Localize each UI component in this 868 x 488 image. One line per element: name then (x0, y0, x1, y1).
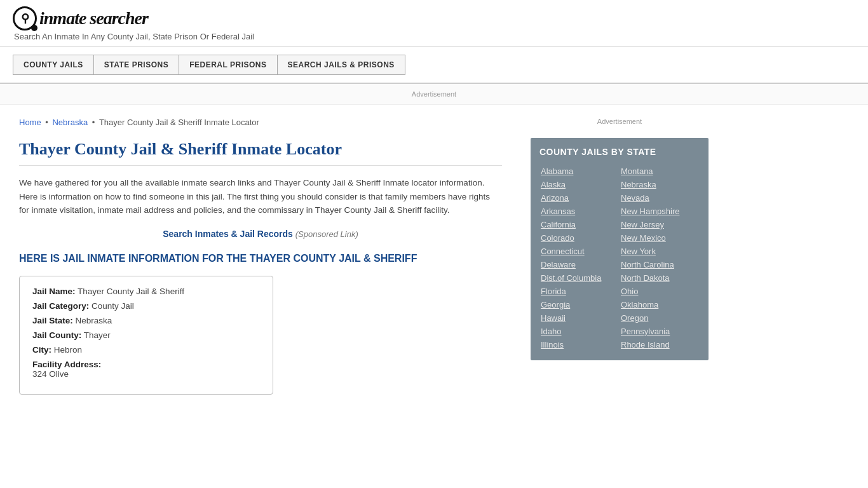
sidebar: Advertisement COUNTY JAILS BY STATE Alab… (521, 105, 718, 407)
sponsored-link-area: Search Inmates & Jail Records (Sponsored… (19, 229, 502, 239)
search-jails-btn[interactable]: SEARCH JAILS & PRISONS (278, 55, 405, 75)
sponsored-label: (Sponsored Link) (295, 229, 358, 239)
state-link[interactable]: North Carolina (620, 258, 700, 271)
breadcrumb: Home • Nebraska • Thayer County Jail & S… (19, 118, 502, 127)
jail-address-label: Facility Address: (32, 360, 101, 369)
state-link[interactable]: North Dakota (620, 271, 700, 285)
states-col-right: MontanaNebraskaNevadaNew HampshireNew Je… (620, 165, 700, 351)
federal-prisons-btn[interactable]: FEDERAL PRISONS (179, 55, 277, 75)
state-link[interactable]: New Hampshire (620, 205, 700, 218)
header: ⚲ inmate searcher Search An Inmate In An… (0, 0, 868, 47)
jail-county-row: Jail County: Thayer (32, 330, 260, 340)
state-link[interactable]: Ohio (620, 285, 700, 298)
state-prisons-btn[interactable]: STATE PRISONS (94, 55, 179, 75)
jail-city-row: City: Hebron (32, 345, 260, 355)
jail-address-value: 324 Olive (32, 369, 260, 379)
info-heading: HERE IS JAIL INMATE INFORMATION FOR THE … (19, 253, 502, 264)
state-link[interactable]: Colorado (539, 231, 620, 245)
jail-address-row: Facility Address: 324 Olive (32, 360, 260, 379)
state-link[interactable]: New York (620, 245, 700, 258)
breadcrumb-state[interactable]: Nebraska (52, 118, 88, 127)
state-link[interactable]: Oregon (620, 311, 700, 325)
jail-cat-val: County Jail (92, 301, 134, 311)
state-link[interactable]: Georgia (539, 298, 620, 311)
state-link[interactable]: Alaska (539, 178, 620, 191)
body-text: We have gathered for you all the availab… (19, 176, 502, 217)
jail-name-val: Thayer County Jail & Sheriff (78, 287, 184, 296)
logo-text: inmate searcher (39, 8, 148, 29)
jail-state-label: Jail State: (32, 316, 73, 325)
jail-city-val: Hebron (54, 345, 82, 355)
state-link[interactable]: Nebraska (620, 178, 700, 191)
logo-icon: ⚲ (13, 6, 37, 30)
main-layout: Home • Nebraska • Thayer County Jail & S… (0, 105, 868, 407)
breadcrumb-home[interactable]: Home (19, 118, 41, 127)
jail-county-val: Thayer (84, 330, 111, 340)
states-col-left: AlabamaAlaskaArizonaArkansasCaliforniaCo… (539, 165, 620, 351)
state-link[interactable]: Illinois (539, 338, 620, 351)
state-link[interactable]: Rhode Island (620, 338, 700, 351)
state-link[interactable]: New Jersey (620, 218, 700, 231)
state-link[interactable]: Pennsylvania (620, 325, 700, 338)
county-jails-btn[interactable]: COUNTY JAILS (13, 55, 94, 75)
breadcrumb-sep1: • (45, 118, 50, 127)
county-jails-box: COUNTY JAILS BY STATE AlabamaAlaskaArizo… (531, 138, 709, 360)
state-link[interactable]: Arkansas (539, 205, 620, 218)
state-link[interactable]: Florida (539, 285, 620, 298)
state-link[interactable]: Connecticut (539, 245, 620, 258)
state-link[interactable]: Dist.of Columbia (539, 271, 620, 285)
jail-category-row: Jail Category: County Jail (32, 301, 260, 311)
breadcrumb-sep2: • (92, 118, 97, 127)
jail-name-row: Jail Name: Thayer County Jail & Sheriff (32, 287, 260, 296)
jail-info-box: Jail Name: Thayer County Jail & Sheriff … (19, 276, 273, 395)
sponsored-link[interactable]: Search Inmates & Jail Records (163, 229, 293, 239)
jail-state-row: Jail State: Nebraska (32, 316, 260, 325)
state-link[interactable]: Oklahoma (620, 298, 700, 311)
county-jails-title: COUNTY JAILS BY STATE (539, 147, 700, 157)
state-link[interactable]: Montana (620, 165, 700, 178)
magnifier-icon: ⚲ (21, 11, 29, 25)
ad-banner: Advertisement (0, 84, 868, 105)
page-title: Thayer County Jail & Sheriff Inmate Loca… (19, 140, 502, 166)
logo-area: ⚲ inmate searcher (13, 6, 855, 30)
state-link[interactable]: Nevada (620, 191, 700, 205)
jail-city-label: City: (32, 345, 51, 355)
jail-state-val: Nebraska (76, 316, 112, 325)
state-link[interactable]: Delaware (539, 258, 620, 271)
state-link[interactable]: Arizona (539, 191, 620, 205)
state-link[interactable]: Alabama (539, 165, 620, 178)
tagline: Search An Inmate In Any County Jail, Sta… (13, 32, 855, 41)
nav-bar: COUNTY JAILS STATE PRISONS FEDERAL PRISO… (0, 47, 868, 84)
jail-county-label: Jail County: (32, 330, 81, 340)
state-link[interactable]: Idaho (539, 325, 620, 338)
state-link[interactable]: California (539, 218, 620, 231)
jail-name-label: Jail Name: (32, 287, 76, 296)
ad-sidebar: Advertisement (531, 111, 709, 138)
content-area: Home • Nebraska • Thayer County Jail & S… (0, 105, 521, 407)
states-grid: AlabamaAlaskaArizonaArkansasCaliforniaCo… (539, 165, 700, 351)
state-link[interactable]: New Mexico (620, 231, 700, 245)
jail-category-label: Jail Category: (32, 301, 89, 311)
state-link[interactable]: Hawaii (539, 311, 620, 325)
breadcrumb-current: Thayer County Jail & Sheriff Inmate Loca… (99, 118, 259, 127)
